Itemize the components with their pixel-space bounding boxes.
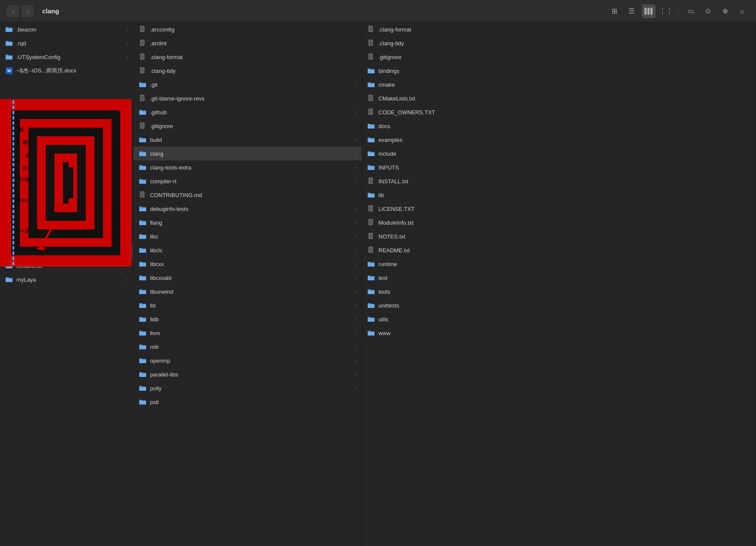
list-item[interactable]: .clang-tidy	[362, 36, 756, 50]
list-item[interactable]: .git ›	[134, 78, 362, 91]
list-item[interactable]: .clang-format	[362, 22, 756, 36]
list-item[interactable]: pstl	[134, 395, 362, 409]
list-item[interactable]: .gitignore	[362, 50, 756, 64]
folder-icon	[139, 219, 147, 226]
list-item[interactable]: ModuleInfo.txt	[362, 216, 756, 229]
list-item-clang[interactable]: clang ›	[134, 147, 362, 160]
column-2: .arcconfig .arclint .clang-format .clang…	[134, 22, 362, 546]
view-icon-gallery[interactable]: ⋮⋮	[659, 4, 673, 18]
list-item[interactable]: clang-tools-extra ›	[134, 160, 362, 174]
list-item[interactable]: README.txt	[362, 243, 756, 257]
forward-button[interactable]: ›	[22, 5, 34, 17]
folder-icon	[367, 150, 375, 157]
list-item[interactable]: polly ›	[134, 381, 362, 395]
list-item[interactable]: libcxx ›	[134, 257, 362, 271]
svg-rect-30	[369, 178, 372, 183]
list-item[interactable]: compiler-rt ›	[134, 174, 362, 188]
item-name: examples	[378, 137, 750, 143]
list-item[interactable]: .github ›	[134, 105, 362, 119]
item-name: build	[150, 137, 353, 143]
list-item[interactable]: debuginfo-tests ›	[134, 202, 362, 216]
svg-rect-18	[141, 192, 144, 197]
folder-icon	[139, 81, 147, 88]
svg-rect-14	[141, 95, 144, 100]
list-item[interactable]: lld ›	[134, 298, 362, 312]
list-item[interactable]: .gitignore	[134, 119, 362, 133]
chevron-icon: ›	[355, 317, 356, 322]
list-item[interactable]: CMakeLists.txt	[362, 91, 756, 105]
list-item[interactable]: CONTRIBUTING.md	[134, 188, 362, 202]
list-item[interactable]: .arclint	[134, 36, 362, 50]
item-name: INSTALL.txt	[378, 178, 750, 185]
folder-icon	[367, 122, 375, 129]
view-icon-list[interactable]: ☰	[625, 4, 638, 18]
list-item[interactable]: build ›	[134, 133, 362, 147]
list-item[interactable]: .rqd ›	[0, 36, 133, 50]
doc-icon	[367, 233, 375, 240]
folder-icon	[139, 357, 147, 364]
svg-rect-10	[141, 54, 144, 59]
search-button[interactable]: ⌕	[735, 4, 749, 18]
list-item[interactable]: .beacon ›	[0, 22, 133, 36]
chevron-icon: ›	[355, 275, 356, 280]
folder-icon	[367, 316, 375, 323]
view-icon-grid[interactable]: ⊞	[607, 4, 621, 18]
list-item[interactable]: parallel-libs ›	[134, 367, 362, 381]
svg-rect-0	[644, 8, 647, 15]
list-item[interactable]: openmp ›	[134, 354, 362, 367]
list-item[interactable]: lldb ›	[134, 312, 362, 326]
list-item[interactable]: llvm ›	[134, 326, 362, 340]
list-item[interactable]: flang ›	[134, 216, 362, 229]
item-name: README.txt	[378, 247, 750, 254]
view-icon-columns[interactable]	[642, 4, 656, 18]
list-item[interactable]: W ~$杰--iOS...师简历.docx	[0, 64, 133, 78]
chevron-icon: ›	[355, 248, 356, 253]
list-item[interactable]: www	[362, 326, 756, 340]
list-item[interactable]: include	[362, 147, 756, 160]
item-name: llvm	[150, 330, 353, 336]
view-icon-share[interactable]: ⊙	[701, 4, 715, 18]
list-item[interactable]: .clang-tidy	[134, 64, 362, 78]
list-item[interactable]: tools	[362, 285, 756, 298]
folder-icon	[139, 205, 147, 212]
item-name: clang-tools-extra	[150, 164, 353, 171]
list-item[interactable]: runtime	[362, 257, 756, 271]
list-item[interactable]: NOTES.txt	[362, 229, 756, 243]
list-item[interactable]: CODE_OWNERS.TXT	[362, 105, 756, 119]
item-name: clang	[150, 151, 353, 157]
list-item[interactable]: libc ›	[134, 229, 362, 243]
list-item[interactable]: libclc ›	[134, 243, 362, 257]
item-name: ~$杰--iOS...师简历.docx	[16, 67, 128, 75]
list-item[interactable]: examples	[362, 133, 756, 147]
item-name: .UTSystemConfig	[16, 54, 125, 60]
list-item[interactable]: INSTALL.txt	[362, 174, 756, 188]
list-item[interactable]: utils	[362, 312, 756, 326]
list-item[interactable]: libcxxabi ›	[134, 271, 362, 285]
column-1: .beacon › .rqd ›	[0, 22, 134, 546]
list-item[interactable]: LICENSE.TXT	[362, 202, 756, 216]
list-item[interactable]: test	[362, 271, 756, 285]
doc-icon	[367, 109, 375, 116]
folder-icon	[139, 178, 147, 185]
list-item[interactable]: lib	[362, 188, 756, 202]
view-icon-2panel[interactable]: ▭	[684, 4, 697, 18]
list-item[interactable]: myLaya ›	[0, 273, 133, 286]
list-item[interactable]: cmake	[362, 78, 756, 91]
list-item[interactable]: INPUTS	[362, 160, 756, 174]
list-item[interactable]: unittests	[362, 298, 756, 312]
doc-icon	[139, 191, 147, 198]
back-button[interactable]: ‹	[7, 5, 19, 17]
view-icon-tags[interactable]: ⊕	[718, 4, 732, 18]
list-item[interactable]: libunwind ›	[134, 285, 362, 298]
chevron-icon: ›	[355, 206, 356, 211]
list-item[interactable]: .UTSystemConfig ›	[0, 50, 133, 64]
list-item[interactable]: .clang-format	[134, 50, 362, 64]
list-item[interactable]: .git-blame-ignore-revs	[134, 91, 362, 105]
list-item[interactable]: docs	[362, 119, 756, 133]
list-item[interactable]: .arcconfig	[134, 22, 362, 36]
list-item[interactable]: bindings	[362, 64, 756, 78]
item-name: NOTES.txt	[378, 233, 750, 240]
list-item[interactable]: mlir ›	[134, 340, 362, 354]
nav-buttons: ‹ ›	[7, 5, 34, 17]
item-name: CMakeLists.txt	[378, 95, 750, 102]
